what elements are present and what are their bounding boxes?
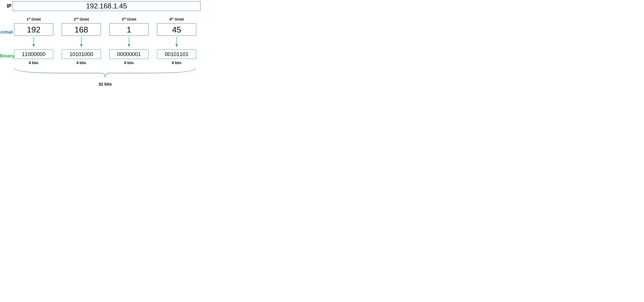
bits-label-1: 8 bits — [14, 61, 53, 65]
octet-word: Octet — [30, 17, 41, 21]
arrow-icon — [34, 37, 34, 47]
octet-suffix: nd — [76, 17, 79, 20]
octet-title-1: 1st Octet — [14, 17, 53, 22]
binary-box-2: 10101000 — [62, 49, 101, 59]
octet-num: 1 — [26, 17, 28, 21]
octet-suffix: th — [172, 17, 174, 20]
binary-value: 00000001 — [117, 51, 141, 57]
octet-title-2: 2nd Octet — [62, 17, 101, 22]
decimal-value: 192 — [27, 25, 40, 34]
octet-word: Octet — [78, 17, 89, 21]
decimal-row-label: Decimal — [0, 29, 12, 35]
arrow-icon — [129, 37, 129, 47]
octet-suffix: rd — [124, 17, 126, 20]
binary-value: 00101101 — [165, 51, 188, 57]
bits-label-4: 8 bits — [157, 61, 196, 65]
bits-label-3: 8 bits — [109, 61, 148, 65]
binary-value: 10101000 — [70, 51, 93, 57]
decimal-value: 1 — [127, 25, 131, 34]
arrow-icon — [176, 37, 177, 47]
octet-title-3: 3rd Octet — [109, 17, 148, 22]
arrow-icon — [81, 37, 82, 47]
octet-title-4: 4th Octet — [157, 17, 196, 22]
decimal-box-2: 168 — [62, 23, 101, 36]
binary-row-label: Binary — [0, 53, 13, 59]
binary-value: 11000000 — [22, 51, 46, 57]
octet-word: Octet — [126, 17, 136, 21]
octet-num: 3 — [122, 17, 124, 21]
brace-icon — [14, 67, 196, 79]
binary-box-4: 00101101 — [157, 49, 196, 59]
octet-num: 2 — [74, 17, 76, 21]
octet-suffix: st — [28, 17, 30, 20]
decimal-box-1: 192 — [14, 23, 53, 36]
binary-box-3: 00000001 — [109, 49, 148, 59]
decimal-box-4: 45 — [157, 23, 196, 36]
bits-label-2: 8 bits — [62, 61, 101, 65]
ip-row-label: IP — [2, 3, 12, 9]
ip-address-value: 192.168.1.45 — [86, 2, 127, 10]
decimal-value: 45 — [172, 25, 181, 34]
total-bits-label: 32 bits — [14, 82, 196, 87]
binary-box-1: 11000000 — [14, 49, 53, 59]
decimal-value: 168 — [74, 25, 88, 34]
octet-num: 4 — [169, 17, 171, 21]
ip-address-box: 192.168.1.45 — [12, 1, 200, 11]
decimal-box-3: 1 — [109, 23, 148, 36]
octet-word: Octet — [174, 17, 184, 21]
